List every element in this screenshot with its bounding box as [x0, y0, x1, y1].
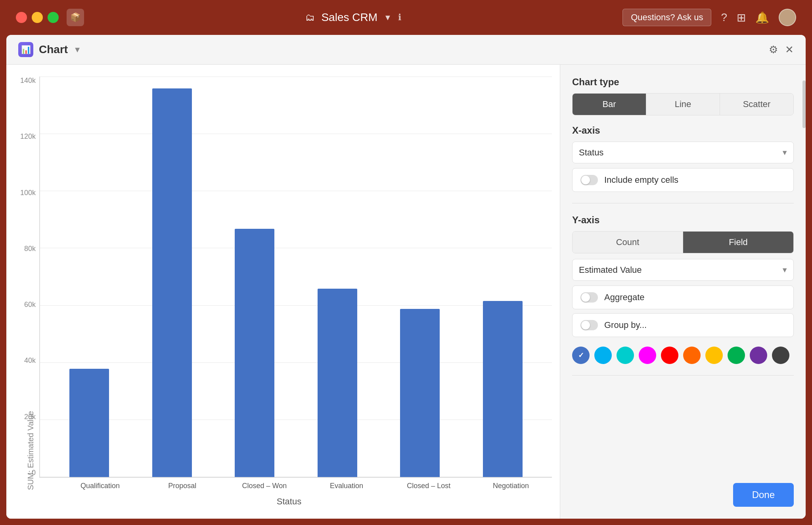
aggregate-label: Aggregate	[604, 292, 645, 303]
chart-type-bar-button[interactable]: Bar	[573, 94, 646, 115]
chart-type-scatter-button[interactable]: Scatter	[720, 94, 793, 115]
help-icon[interactable]: ?	[721, 11, 727, 24]
aggregate-toggle[interactable]	[580, 292, 598, 303]
yaxis-section: Y-axis Count Field Estimated Value ▼	[572, 215, 794, 337]
scrollbar-thumb[interactable]	[802, 80, 806, 128]
titlebar: 📦 🗂 Sales CRM ▼ ℹ Questions? Ask us ? ⊞ …	[0, 0, 812, 35]
bar-proposal	[152, 88, 192, 477]
color-swatch-dark[interactable]	[772, 347, 789, 364]
x-label-proposal: Proposal	[141, 482, 223, 490]
avatar[interactable]	[779, 9, 796, 26]
include-empty-cells-label: Include empty cells	[604, 175, 678, 185]
dropdown-icon[interactable]: ▼	[384, 13, 392, 22]
bar-group	[379, 77, 462, 477]
bar-negotiation	[483, 301, 523, 477]
x-label-closed-lost: Closed – Lost	[388, 482, 470, 490]
group-by-toggle[interactable]	[580, 320, 598, 330]
color-swatch-orange[interactable]	[683, 347, 701, 364]
yaxis-title: Y-axis	[572, 215, 794, 226]
bar-qualification	[69, 369, 109, 477]
group-by-label: Group by...	[604, 320, 647, 330]
panel-header: 📊 Chart ▼ ⚙ ✕	[6, 35, 806, 65]
bars-container	[40, 77, 552, 477]
aggregate-row: Aggregate	[572, 285, 794, 309]
bar-group	[462, 77, 544, 477]
y-tick: 60k	[24, 301, 39, 309]
color-swatch-red[interactable]	[661, 347, 678, 364]
y-tick: 0	[32, 469, 39, 477]
info-icon[interactable]: ℹ	[398, 12, 401, 23]
y-tick: 80k	[24, 245, 39, 253]
traffic-lights	[16, 12, 59, 23]
x-labels: Qualification Proposal Closed – Won Eval…	[59, 482, 552, 490]
divider	[572, 203, 794, 203]
color-swatch-cyan[interactable]	[594, 347, 612, 364]
bell-icon[interactable]: 🔔	[755, 11, 769, 24]
titlebar-center: 🗂 Sales CRM ▼ ℹ	[305, 11, 401, 24]
group-by-row: Group by...	[572, 313, 794, 337]
x-axis-title: Status	[26, 496, 552, 507]
xaxis-dropdown[interactable]: Status	[572, 142, 794, 163]
app-title: Sales CRM	[321, 11, 377, 24]
color-swatch-teal[interactable]	[617, 347, 634, 364]
bar-group	[213, 77, 296, 477]
y-tick: 120k	[20, 132, 39, 141]
chart-container: SUM: Estimated Value	[26, 77, 552, 490]
bar-group	[131, 77, 214, 477]
close-traffic-light[interactable]	[16, 12, 27, 23]
x-label-evaluation: Evaluation	[306, 482, 388, 490]
chart-type-line-button[interactable]: Line	[646, 94, 720, 115]
color-swatch-pink[interactable]	[639, 347, 656, 364]
right-panel: Chart type Bar Line Scatter X-axis Statu…	[560, 65, 806, 519]
chart-type-title: Chart type	[572, 77, 794, 88]
xaxis-dropdown-wrapper: Status ▼	[572, 142, 794, 163]
close-button[interactable]: ✕	[785, 44, 794, 56]
color-swatch-blue[interactable]	[572, 347, 590, 364]
toggle-knob	[581, 321, 590, 330]
titlebar-right: Questions? Ask us ? ⊞ 🔔	[622, 9, 796, 26]
x-label-negotiation: Negotiation	[470, 482, 552, 490]
panel-header-actions: ⚙ ✕	[769, 44, 794, 56]
minimize-traffic-light[interactable]	[32, 12, 43, 23]
toggle-knob	[581, 293, 590, 302]
fullscreen-traffic-light[interactable]	[48, 12, 59, 23]
y-tick: 20k	[24, 413, 39, 421]
bar-closed-won	[235, 229, 274, 477]
xaxis-section: X-axis Status ▼ Include empty cells	[572, 125, 794, 192]
color-swatch-purple[interactable]	[750, 347, 767, 364]
chart-type-buttons: Bar Line Scatter	[572, 93, 794, 115]
panel-title: 📊 Chart ▼	[18, 42, 81, 57]
include-empty-cells-row: Include empty cells	[572, 168, 794, 192]
y-tick: 100k	[20, 189, 39, 197]
xaxis-title: X-axis	[572, 125, 794, 136]
y-tick: 140k	[20, 77, 39, 85]
chart-inner: 140k 120k 100k 80k 60k 40k 20k 0	[39, 77, 552, 490]
divider-bottom	[572, 375, 794, 376]
bar-group	[48, 77, 131, 477]
bar-group	[296, 77, 379, 477]
titlebar-left: 📦	[16, 9, 84, 26]
done-button[interactable]: Done	[733, 483, 794, 507]
color-swatch-yellow[interactable]	[705, 347, 723, 364]
chart-area: SUM: Estimated Value	[6, 65, 560, 519]
chart-type-section: Chart type Bar Line Scatter	[572, 77, 794, 115]
bar-evaluation	[318, 289, 357, 477]
yaxis-field-tab[interactable]: Field	[683, 232, 793, 253]
x-label-closed-won: Closed – Won	[223, 482, 305, 490]
toggle-knob	[581, 176, 590, 184]
panel-body: SUM: Estimated Value	[6, 65, 806, 519]
yaxis-count-tab[interactable]: Count	[573, 232, 683, 253]
x-label-qualification: Qualification	[59, 482, 141, 490]
grid-icon[interactable]: ⊞	[737, 11, 746, 24]
color-swatch-green[interactable]	[728, 347, 745, 364]
y-tick: 40k	[24, 356, 39, 365]
ask-us-button[interactable]: Questions? Ask us	[622, 9, 711, 26]
main-panel: 📊 Chart ▼ ⚙ ✕ SUM: Estimated Value	[6, 35, 806, 519]
app-icon: 📦	[67, 9, 84, 26]
yaxis-field-dropdown-wrapper: Estimated Value ▼	[572, 259, 794, 281]
panel-title-dropdown[interactable]: ▼	[73, 45, 81, 54]
settings-button[interactable]: ⚙	[769, 44, 778, 56]
include-empty-cells-toggle[interactable]	[580, 175, 598, 185]
yaxis-field-dropdown[interactable]: Estimated Value	[572, 259, 794, 281]
chart-plot: 140k 120k 100k 80k 60k 40k 20k 0	[39, 77, 552, 478]
